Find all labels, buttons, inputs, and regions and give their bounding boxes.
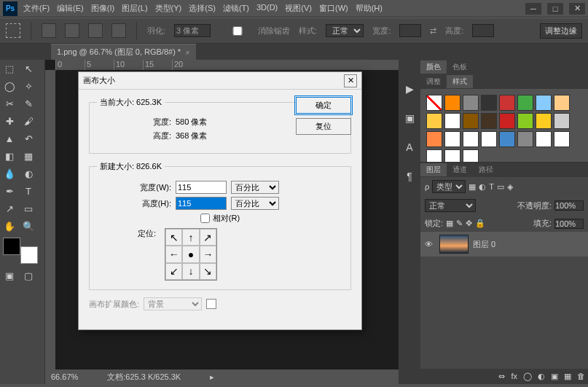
menu-file[interactable]: 文件(F)	[23, 3, 50, 14]
blend-mode-select[interactable]: 正常	[425, 199, 476, 212]
visibility-icon[interactable]: 👁	[425, 240, 435, 249]
ok-button[interactable]: 确定	[296, 97, 351, 114]
close-tab-icon[interactable]: ×	[185, 48, 189, 57]
layer-name[interactable]: 图层 0	[473, 239, 495, 250]
group-icon[interactable]: ▣	[551, 372, 558, 381]
height-input[interactable]	[472, 24, 494, 37]
style-swatch[interactable]	[463, 113, 479, 129]
delete-layer-icon[interactable]: 🗑	[577, 372, 585, 381]
layer-fx-icon[interactable]: fx	[511, 372, 517, 381]
hand-tool[interactable]: ✋	[0, 217, 19, 235]
style-swatch[interactable]	[517, 95, 533, 111]
menu-help[interactable]: 帮助(H)	[356, 3, 383, 14]
filter-shape-icon[interactable]: ▭	[497, 182, 504, 192]
crop-tool[interactable]: ✂	[0, 95, 19, 112]
width-unit-select[interactable]: 百分比	[231, 181, 279, 194]
style-swatch[interactable]	[536, 95, 552, 111]
anchor-n[interactable]: ↑	[182, 229, 199, 246]
new-height-input[interactable]	[176, 197, 227, 210]
tab-layers[interactable]: 图层	[420, 163, 447, 176]
extension-color-swatch[interactable]	[206, 299, 216, 309]
style-swatch[interactable]	[463, 95, 479, 111]
feather-input[interactable]	[174, 24, 211, 37]
style-swatch[interactable]	[463, 131, 479, 147]
menu-view[interactable]: 视图(V)	[285, 3, 312, 14]
menu-type[interactable]: 类型(Y)	[155, 3, 182, 14]
dodge-tool[interactable]: ◐	[19, 165, 38, 182]
anchor-se[interactable]: ↘	[200, 263, 216, 280]
style-swatch[interactable]	[536, 131, 552, 147]
style-swatch[interactable]	[554, 113, 570, 129]
style-swatch[interactable]	[499, 131, 515, 147]
style-swatch[interactable]	[426, 113, 442, 129]
tab-color[interactable]: 颜色	[420, 60, 447, 74]
opacity-input[interactable]	[554, 200, 584, 211]
tab-swatches[interactable]: 色板	[447, 60, 473, 74]
layer-mask-icon[interactable]: ◯	[523, 372, 532, 381]
path-tool[interactable]: ↗	[0, 200, 19, 217]
eraser-tool[interactable]: ◧	[0, 147, 19, 165]
style-swatch[interactable]	[444, 113, 460, 129]
play-icon[interactable]: ▶	[402, 82, 417, 96]
adjust-layer-icon[interactable]: ◐	[538, 372, 545, 381]
anchor-center[interactable]: ●	[182, 246, 199, 262]
extension-color-select[interactable]: 背景	[144, 297, 202, 310]
style-swatch[interactable]	[499, 95, 515, 111]
close-button[interactable]: ✕	[569, 3, 585, 15]
style-swatch[interactable]	[481, 95, 497, 111]
style-select[interactable]: 正常	[326, 24, 364, 37]
character-icon[interactable]: A	[402, 140, 417, 155]
status-arrow-icon[interactable]: ▸	[210, 372, 214, 382]
pen-tool[interactable]: ✒	[0, 182, 19, 200]
anchor-ne[interactable]: ↗	[200, 229, 216, 246]
dialog-title-bar[interactable]: 画布大小 ✕	[79, 72, 361, 90]
menu-window[interactable]: 窗口(W)	[319, 3, 348, 14]
tab-channels[interactable]: 通道	[447, 163, 473, 176]
style-swatch[interactable]	[536, 113, 552, 129]
style-swatch[interactable]	[554, 95, 570, 111]
lasso-tool[interactable]: ◯	[0, 77, 19, 95]
anchor-e[interactable]: →	[200, 246, 216, 262]
style-swatch[interactable]	[517, 131, 533, 147]
dialog-close-icon[interactable]: ✕	[344, 74, 357, 87]
stamp-tool[interactable]: ▲	[0, 130, 19, 147]
selection-new-icon[interactable]	[42, 23, 56, 38]
relative-checkbox[interactable]	[200, 214, 210, 223]
link-layers-icon[interactable]: ⇔	[498, 372, 505, 381]
background-color[interactable]	[20, 246, 38, 264]
marquee-tool-icon[interactable]	[6, 23, 20, 38]
style-swatch[interactable]	[554, 131, 570, 147]
layer-row[interactable]: 👁 图层 0	[420, 232, 588, 257]
zoom-tool[interactable]: 🔍	[19, 217, 38, 235]
style-swatch[interactable]	[481, 131, 497, 147]
tab-styles[interactable]: 样式	[447, 75, 473, 88]
style-swatch[interactable]	[517, 113, 533, 129]
fill-input[interactable]	[554, 219, 584, 229]
brush-tool[interactable]: 🖌	[19, 112, 38, 130]
foreground-color[interactable]	[3, 238, 20, 255]
menu-filter[interactable]: 滤镜(T)	[223, 3, 249, 14]
filter-smart-icon[interactable]: ◈	[507, 182, 513, 192]
anchor-w[interactable]: ←	[165, 246, 182, 262]
lock-transparent-icon[interactable]: ▦	[446, 219, 453, 228]
filter-type-icon[interactable]: T	[489, 182, 494, 191]
arrow-tool[interactable]: ↖	[19, 60, 38, 77]
move-tool[interactable]: ⬚	[0, 60, 19, 77]
height-unit-select[interactable]: 百分比	[231, 197, 279, 210]
antialias-checkbox[interactable]	[219, 26, 256, 36]
lock-all-icon[interactable]: 🔒	[475, 219, 485, 228]
filter-adjust-icon[interactable]: ◐	[479, 182, 486, 192]
style-swatch[interactable]	[444, 95, 460, 111]
lock-paint-icon[interactable]: ✎	[456, 219, 463, 228]
zoom-level[interactable]: 66.67%	[51, 372, 78, 381]
shape-tool[interactable]: ▭	[19, 200, 38, 217]
selection-add-icon[interactable]	[65, 23, 79, 38]
menu-select[interactable]: 选择(S)	[189, 3, 216, 14]
document-tab[interactable]: 1.png @ 66.7% (图层 0, RGB/8#) * ×	[51, 44, 196, 60]
style-swatch[interactable]	[426, 95, 442, 111]
heal-tool[interactable]: ✚	[0, 112, 19, 130]
filter-image-icon[interactable]: ▦	[469, 182, 476, 192]
eyedropper-tool[interactable]: ✎	[19, 95, 38, 112]
anchor-s[interactable]: ↓	[182, 263, 199, 280]
new-layer-icon[interactable]: ▦	[564, 372, 571, 381]
